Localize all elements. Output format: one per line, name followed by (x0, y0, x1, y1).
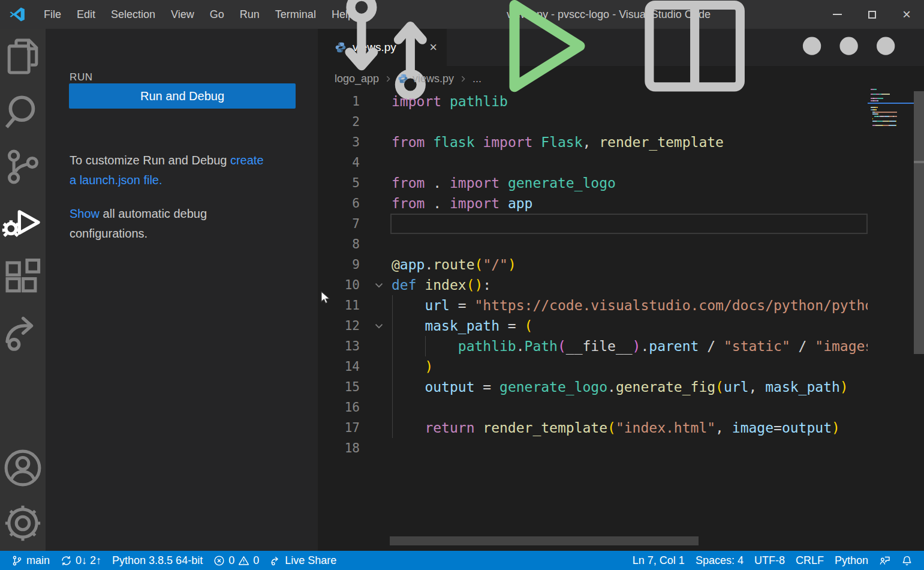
code-token[interactable]: output (782, 420, 832, 436)
activity-extensions[interactable] (0, 250, 46, 305)
code-token[interactable]: generate_logo (499, 379, 607, 395)
code-token[interactable]: . (433, 196, 450, 211)
code-line[interactable]: 7 (318, 214, 868, 234)
code-token[interactable]: ) (508, 257, 516, 272)
status-git-branch[interactable]: main (6, 551, 55, 570)
code-token[interactable]: . (607, 379, 616, 395)
status-indentation[interactable]: Spaces: 4 (690, 551, 749, 570)
code-token[interactable]: Path (525, 338, 558, 354)
code-token[interactable]: . (640, 338, 649, 354)
code-token[interactable]: . (516, 338, 525, 354)
code-line[interactable]: 10def index(): (318, 275, 868, 295)
code-line[interactable]: 11 url = "https://code.visualstudio.com/… (318, 295, 868, 316)
code-token[interactable]: import (450, 196, 508, 211)
vertical-scrollbar[interactable] (914, 91, 924, 536)
status-problems[interactable]: 00 (208, 551, 264, 570)
line-number[interactable]: 16 (318, 397, 360, 418)
sidebar-link[interactable]: a launch.json file. (70, 173, 162, 187)
code-token[interactable]: render_template (483, 420, 607, 436)
code-line[interactable]: 12 mask_path = ( (318, 316, 868, 336)
line-number[interactable]: 4 (318, 152, 360, 173)
code-token[interactable] (392, 379, 425, 395)
code-line[interactable]: 4 (318, 152, 868, 173)
code-token[interactable]: Flask (541, 134, 582, 150)
code-token[interactable]: "/" (483, 257, 508, 272)
code-text[interactable]: @app.route("/") (392, 254, 516, 275)
menu-go[interactable]: Go (202, 0, 232, 29)
code-token[interactable]: = (499, 318, 525, 334)
code-text[interactable]: from flask import Flask, render_template (392, 132, 724, 152)
status-encoding[interactable]: UTF-8 (749, 551, 790, 570)
code-line[interactable]: 3from flask import Flask, render_templat… (318, 132, 868, 152)
code-token[interactable]: , (748, 379, 765, 395)
line-number[interactable]: 14 (318, 356, 360, 377)
minimap[interactable] (868, 66, 914, 565)
code-token[interactable]: def (392, 277, 425, 293)
line-number[interactable]: 13 (318, 336, 360, 356)
activity-search[interactable] (0, 84, 46, 139)
menu-terminal[interactable]: Terminal (267, 0, 324, 29)
code-text[interactable]: output = generate_logo.generate_fig(url,… (392, 377, 848, 397)
code-text[interactable]: url = "https://code.visualstudio.com/doc… (392, 295, 868, 316)
status-live-share[interactable]: Live Share (264, 551, 342, 570)
code-token[interactable]: ) (832, 420, 840, 436)
code-token[interactable]: url (425, 298, 450, 313)
horizontal-scrollbar-thumb[interactable] (390, 536, 699, 545)
code-line[interactable]: 5from . import generate_logo (318, 173, 868, 193)
code-token[interactable]: mask_path (425, 318, 499, 334)
code-token[interactable]: ) (840, 379, 848, 395)
fold-chevron-icon[interactable] (372, 278, 386, 292)
breadcrumb-item-2[interactable]: ... (472, 73, 481, 85)
code-token[interactable]: output (425, 379, 474, 395)
menu-selection[interactable]: Selection (103, 0, 163, 29)
status-sync[interactable]: 0↓ 2↑ (55, 551, 107, 570)
code-token[interactable] (392, 420, 425, 436)
line-number[interactable]: 8 (318, 234, 360, 254)
code-token[interactable]: import (483, 134, 541, 150)
code-token[interactable]: = (773, 420, 782, 436)
status-language-mode[interactable]: Python (829, 551, 874, 570)
code-token[interactable]: import (450, 175, 508, 191)
code-token[interactable]: () (466, 277, 483, 293)
code-editor[interactable]: 1import pathlib23from flask import Flask… (318, 91, 868, 536)
activity-source-control[interactable] (0, 139, 46, 194)
line-number[interactable]: 17 (318, 418, 360, 438)
code-text[interactable]: from . import app (392, 193, 532, 214)
code-token[interactable]: "static" (724, 338, 790, 354)
code-token[interactable]: from (392, 196, 433, 211)
code-token[interactable]: app (508, 196, 533, 211)
code-token[interactable]: image (732, 420, 773, 436)
code-token[interactable]: app (400, 257, 425, 272)
code-token[interactable]: generate_logo (508, 175, 616, 191)
code-token[interactable]: "https://code.visualstudio.com/docs/pyth… (474, 298, 868, 313)
sidebar-link[interactable]: Show (70, 207, 100, 220)
run-and-debug-button[interactable]: Run and Debug (69, 83, 296, 109)
code-token[interactable]: ( (715, 379, 724, 395)
code-token[interactable]: __file__ (566, 338, 633, 354)
code-text[interactable]: pathlib.Path(__file__).parent / "static"… (392, 336, 868, 356)
line-number[interactable]: 12 (318, 316, 360, 336)
code-token[interactable]: pathlib (458, 338, 516, 354)
status-notifications[interactable] (896, 551, 918, 570)
breadcrumb-item-0[interactable]: logo_app (335, 73, 379, 85)
code-token[interactable] (392, 338, 458, 354)
code-line[interactable]: 14 ) (318, 356, 868, 377)
line-number[interactable]: 15 (318, 377, 360, 397)
status-cursor-position[interactable]: Ln 7, Col 1 (627, 551, 690, 570)
line-number[interactable]: 1 (318, 91, 360, 112)
code-token[interactable]: ( (558, 338, 566, 354)
code-line[interactable]: 13 pathlib.Path(__file__).parent / "stat… (318, 336, 868, 356)
activity-run-and-debug[interactable] (0, 194, 46, 250)
vertical-scrollbar-thumb[interactable] (914, 91, 924, 354)
code-text[interactable]: return render_template("index.html", ima… (392, 418, 840, 438)
code-token[interactable]: ) (425, 359, 433, 374)
code-token[interactable]: import (392, 94, 450, 109)
code-line[interactable]: 18 (318, 438, 868, 458)
code-token[interactable] (392, 318, 425, 334)
code-line[interactable]: 1import pathlib (318, 91, 868, 112)
code-text[interactable]: mask_path = ( (392, 316, 532, 336)
line-number[interactable]: 7 (318, 214, 360, 234)
code-token[interactable]: = (450, 298, 475, 313)
code-token[interactable]: pathlib (450, 94, 508, 109)
code-token[interactable]: generate_fig (616, 379, 715, 395)
